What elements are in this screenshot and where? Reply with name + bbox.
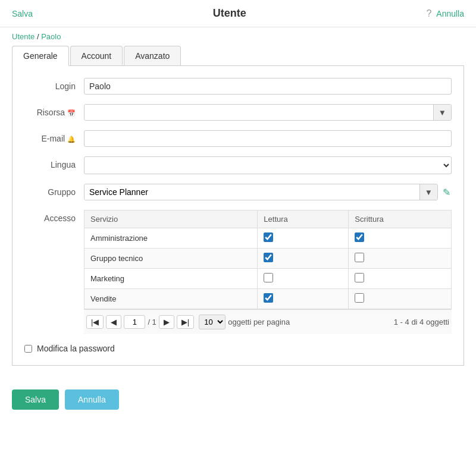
login-label: Login	[24, 78, 84, 91]
gruppo-input-wrap: ▼ ✎	[84, 184, 452, 200]
email-row: E-mail	[24, 130, 452, 147]
gruppo-combo-wrap: ▼ ✎	[84, 184, 452, 200]
page-title: Utente	[213, 7, 246, 20]
login-input-wrap	[84, 78, 452, 95]
tab-avanzato[interactable]: Avanzato	[124, 46, 181, 65]
header-cancel-button[interactable]: Annulla	[436, 9, 464, 18]
col-servizio: Servizio	[84, 210, 258, 228]
header-right: ? Annulla	[426, 8, 464, 19]
gruppo-input[interactable]	[84, 184, 419, 200]
pag-per-page-select[interactable]: 10 25 50	[199, 315, 226, 329]
pag-info: 1 - 4 di 4 oggetti	[394, 318, 449, 326]
header-save-button[interactable]: Salva	[12, 9, 33, 18]
lettura-checkbox-2[interactable]	[264, 273, 273, 282]
header-save-link[interactable]: Salva	[12, 9, 33, 18]
pag-first-btn[interactable]: |◀	[86, 315, 104, 329]
calendar-icon	[67, 108, 76, 117]
scrittura-checkbox-2[interactable]	[355, 273, 364, 282]
accesso-row: Accesso Servizio Lettura Scrittura Ammin…	[24, 210, 452, 334]
pagination-row: |◀ ◀ / 1 ▶ ▶| 10 25 50 oggetti per pagin…	[84, 309, 452, 334]
scrittura-checkbox-1[interactable]	[355, 253, 364, 262]
bottom-buttons: Salva Annulla	[0, 378, 476, 422]
gruppo-row: Gruppo ▼ ✎	[24, 184, 452, 200]
bell-icon	[67, 134, 76, 143]
pag-next-btn[interactable]: ▶	[159, 315, 174, 329]
lettura-checkbox-1[interactable]	[264, 253, 273, 262]
scrittura-checkbox-0[interactable]	[355, 232, 364, 242]
risorsa-row: Risorsa ▼	[24, 104, 452, 121]
login-input[interactable]	[84, 78, 452, 95]
risorsa-input[interactable]	[84, 105, 433, 120]
breadcrumb-root[interactable]: Utente	[12, 32, 35, 41]
lettura-checkbox-0[interactable]	[264, 232, 273, 242]
risorsa-dropdown-btn[interactable]: ▼	[433, 105, 451, 120]
top-header: Salva Utente ? Annulla	[0, 0, 476, 27]
bottom-save-button[interactable]: Salva	[12, 389, 59, 410]
lingua-row: Lingua	[24, 156, 452, 174]
accesso-table: Servizio Lettura Scrittura Amministrazio…	[84, 210, 452, 309]
lingua-select-wrap	[84, 156, 452, 174]
gruppo-label: Gruppo	[24, 184, 84, 197]
gruppo-select-box: ▼	[84, 184, 438, 200]
table-row: Marketing	[84, 269, 258, 289]
pag-total: / 1	[148, 318, 156, 326]
col-lettura: Lettura	[258, 210, 349, 228]
help-icon[interactable]: ?	[426, 8, 431, 19]
pag-last-btn[interactable]: ▶|	[177, 315, 194, 329]
email-input[interactable]	[84, 130, 452, 147]
pag-prev-btn[interactable]: ◀	[106, 315, 121, 329]
gruppo-edit-button[interactable]: ✎	[441, 186, 452, 199]
scrittura-checkbox-3[interactable]	[355, 293, 364, 303]
breadcrumb: Utente / Paolo	[0, 27, 476, 46]
main-content: Generale Account Avanzato Login Risorsa …	[0, 46, 476, 378]
pag-page-input[interactable]	[124, 315, 145, 329]
accesso-label: Accesso	[24, 210, 84, 223]
lettura-checkbox-3[interactable]	[264, 293, 273, 303]
breadcrumb-separator: /	[35, 32, 41, 41]
modifica-password-label[interactable]: Modifica la password	[37, 344, 115, 353]
login-row: Login	[24, 78, 452, 95]
risorsa-combo: ▼	[84, 104, 452, 121]
lingua-select[interactable]	[84, 156, 452, 174]
bottom-cancel-button[interactable]: Annulla	[65, 389, 119, 410]
gruppo-dropdown-btn[interactable]: ▼	[419, 184, 437, 200]
email-input-wrap	[84, 130, 452, 147]
risorsa-input-wrap: ▼	[84, 104, 452, 121]
tab-account[interactable]: Account	[70, 46, 123, 65]
table-row: Vendite	[84, 289, 258, 309]
table-row: Gruppo tecnico	[84, 249, 258, 269]
email-label: E-mail	[24, 130, 84, 143]
risorsa-label: Risorsa	[24, 104, 84, 117]
form-panel: Login Risorsa ▼ E-mail	[12, 66, 464, 366]
pag-per-page-label: oggetti per pagina	[228, 318, 290, 326]
lingua-label: Lingua	[24, 156, 84, 169]
tabs: Generale Account Avanzato	[12, 46, 464, 66]
table-row: Amministrazione	[84, 228, 258, 249]
col-scrittura: Scrittura	[349, 210, 452, 228]
modifica-password-checkbox[interactable]	[24, 345, 32, 353]
accesso-table-wrap: Servizio Lettura Scrittura Amministrazio…	[84, 210, 452, 334]
breadcrumb-current[interactable]: Paolo	[41, 32, 61, 41]
modifica-password-row: Modifica la password	[24, 344, 452, 353]
tab-generale[interactable]: Generale	[12, 46, 69, 66]
